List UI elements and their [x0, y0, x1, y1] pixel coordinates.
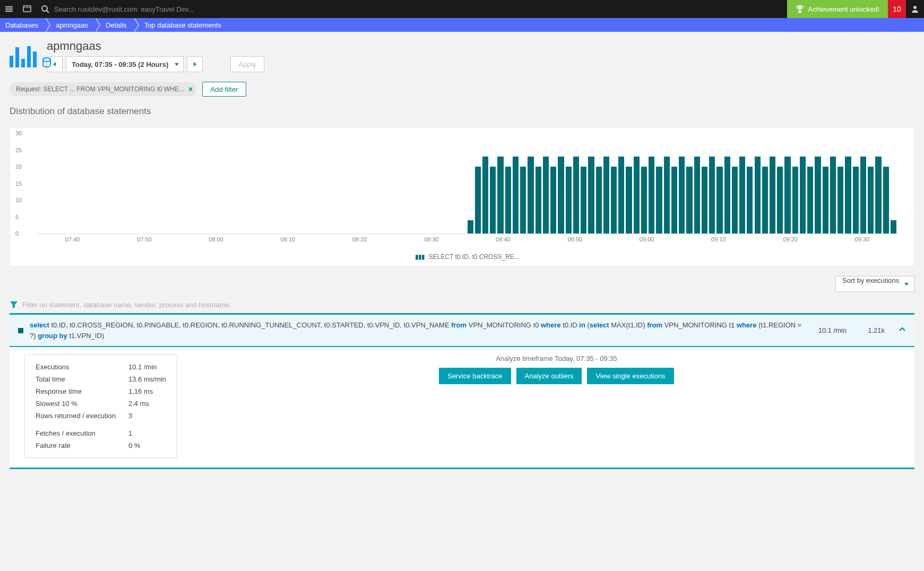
chart-bar	[558, 157, 564, 233]
chart-bar	[800, 157, 806, 233]
chart-bar	[497, 157, 503, 233]
chart-bar	[671, 167, 677, 233]
breadcrumb-databases[interactable]: Databases	[0, 18, 46, 32]
stat-row: Failure rate0 %	[33, 440, 168, 451]
statement-detail-panel: Executions10.1 /minTotal time13.6 ms/min…	[10, 347, 914, 469]
chart-bar	[724, 157, 730, 233]
svg-point-4	[913, 6, 917, 9]
x-tick: 07:40	[65, 236, 80, 243]
chart-bar	[747, 167, 753, 233]
chart-bar	[755, 157, 761, 233]
x-tick: 09:00	[640, 236, 654, 243]
statement-stats: Executions10.1 /minTotal time13.6 ms/min…	[24, 354, 177, 458]
chart-bar	[823, 167, 828, 233]
apply-button[interactable]: Apply	[230, 56, 264, 72]
y-tick: 15	[15, 180, 22, 187]
x-tick: 09:10	[711, 236, 726, 243]
service-backtrace-button[interactable]: Service backtrace	[439, 368, 511, 384]
chart-bar	[830, 157, 836, 233]
analyze-outliers-button[interactable]: Analyze outliers	[516, 368, 582, 384]
chart-bar	[656, 167, 662, 233]
sort-dropdown[interactable]: Sort by executions	[835, 276, 914, 292]
chart-bar	[875, 157, 881, 233]
y-tick: 25	[15, 147, 22, 153]
chart-bar	[664, 157, 670, 233]
chart-bar	[520, 167, 526, 233]
timeframe-next-button[interactable]	[187, 56, 203, 72]
breadcrumb-apmngaas[interactable]: apmngaas	[46, 18, 96, 32]
filter-icon	[10, 300, 18, 309]
chart-bar	[626, 167, 632, 233]
chart-bar	[679, 157, 685, 233]
chart-bar	[694, 157, 700, 233]
y-tick: 5	[15, 214, 19, 220]
chart-bar	[581, 167, 586, 233]
search-input[interactable]	[54, 5, 213, 13]
statement-row[interactable]: select t0.ID, t0.CROSS_REGION, t0.PINGAB…	[10, 313, 914, 347]
statement-sql: select t0.ID, t0.CROSS_REGION, t0.PINGAB…	[30, 320, 805, 341]
achievement-label: Achievement unlocked!	[808, 5, 879, 13]
chart-bar	[716, 167, 722, 233]
statement-color-swatch	[18, 328, 23, 333]
chart-bar	[468, 220, 473, 233]
chart-bar	[566, 167, 572, 233]
chart-bar	[505, 167, 511, 233]
chart-bar	[815, 157, 821, 233]
chart-bar	[784, 157, 790, 233]
x-tick: 09:20	[783, 236, 798, 243]
statement-rate: 10.1 /min	[811, 326, 854, 334]
chart-bar	[792, 167, 798, 233]
stat-row: Executions10.1 /min	[33, 361, 168, 373]
chart-bar	[853, 167, 859, 233]
distribution-chart: 051015202530 07:4007:5008:0008:1008:2008…	[10, 127, 914, 266]
achievement-banner[interactable]: Achievement unlocked!	[787, 0, 888, 18]
chart-bar	[702, 167, 707, 233]
chart-bar	[634, 157, 640, 233]
svg-rect-0	[23, 6, 31, 12]
chip-remove-icon[interactable]: ×	[188, 85, 193, 93]
chart-bar	[845, 157, 851, 233]
menu-icon[interactable]	[0, 0, 18, 18]
y-tick: 20	[15, 163, 22, 170]
section-title: Distribution of database statements	[10, 106, 914, 117]
chart-bar	[550, 167, 556, 233]
timeframe-dropdown[interactable]: Today, 07:35 - 09:35 (2 Hours)	[66, 56, 184, 72]
statement-filter-input[interactable]	[22, 301, 235, 309]
stat-row: Response time1.16 ms	[33, 386, 168, 397]
breadcrumb-details[interactable]: Details	[96, 18, 134, 32]
add-filter-button[interactable]: Add filter	[202, 82, 246, 97]
chart-bar	[770, 157, 775, 233]
chart-bar	[868, 167, 874, 233]
view-single-executions-button[interactable]: View single executions	[587, 368, 673, 384]
stat-row: Fetches / execution1	[33, 428, 168, 439]
x-tick: 08:20	[352, 236, 367, 243]
chart-bar	[543, 157, 549, 233]
dashboard-icon[interactable]	[18, 0, 36, 18]
filter-chip-request[interactable]: Request: SELECT ... FROM VPN_MONITORING …	[10, 82, 197, 96]
database-service-icon	[10, 44, 41, 67]
chart-bar	[513, 157, 519, 233]
stat-row: Rows returned / execution3	[33, 410, 168, 421]
y-tick: 30	[15, 130, 22, 136]
chart-legend: ▮▮▮ SELECT t0.ID, t0.CROSS_RE...	[37, 253, 898, 261]
svg-line-3	[47, 11, 49, 13]
breadcrumb: DatabasesapmngaasDetailsTop database sta…	[0, 18, 924, 32]
chart-bar	[618, 157, 624, 233]
chart-bar	[641, 167, 647, 233]
legend-series-icon: ▮▮▮	[415, 253, 425, 261]
chevron-up-icon[interactable]	[899, 326, 906, 335]
stat-row: Total time13.6 ms/min	[33, 374, 168, 385]
chart-bar	[603, 157, 609, 233]
x-tick: 07:50	[137, 236, 152, 243]
x-tick: 08:50	[568, 236, 583, 243]
chart-bar	[490, 167, 496, 233]
chart-bar	[475, 167, 481, 233]
alerts-badge[interactable]: 10	[888, 0, 906, 18]
chart-bar	[837, 167, 843, 233]
chart-bar	[739, 157, 745, 233]
user-icon[interactable]	[906, 0, 924, 18]
y-tick: 0	[15, 230, 19, 237]
breadcrumb-top-database-statements[interactable]: Top database statements	[135, 18, 229, 32]
search-icon[interactable]	[36, 0, 54, 18]
chart-bar	[536, 167, 541, 233]
